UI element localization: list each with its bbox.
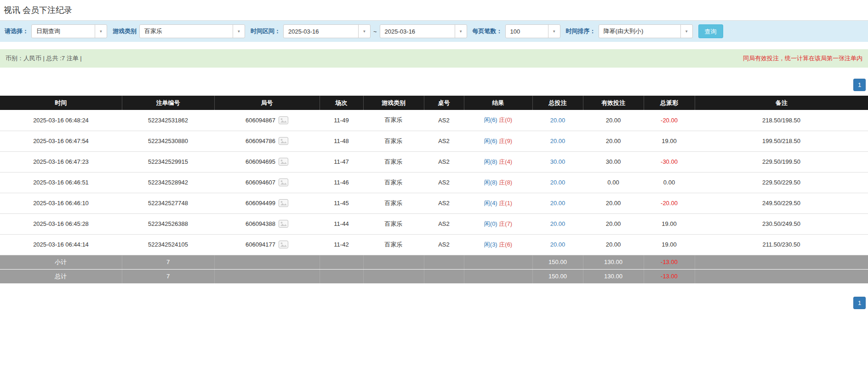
cell-bet-id: 522342524105 [122, 234, 214, 255]
subtotal-count: 7 [122, 255, 214, 269]
query-type-dropdown[interactable]: 日期查询 ▼ [31, 24, 107, 38]
round-id-text: 606094867 [246, 117, 275, 124]
table-row: 2025-03-16 06:47:23522342529915606094695… [0, 151, 868, 172]
subtotal-label: 小计 [0, 255, 122, 269]
total-bet-link[interactable]: 20.00 [550, 138, 565, 144]
cell-time: 2025-03-16 06:46:51 [0, 172, 122, 193]
total-bet-link[interactable]: 20.00 [550, 179, 565, 186]
payout-value: -20.00 [661, 200, 678, 207]
title-bar: 视讯 会员下注纪录 [0, 0, 868, 21]
cell-table-no: AS2 [424, 110, 464, 131]
cell-remark: 229.50/199.50 [695, 151, 868, 172]
page-size-dropdown[interactable]: 100 ▼ [505, 24, 560, 38]
page-1-button[interactable]: 1 [853, 79, 866, 91]
total-bet-link[interactable]: 20.00 [550, 117, 565, 124]
total-label: 总计 [0, 269, 122, 283]
date-to-dropdown[interactable]: 2025-03-16 ▼ [380, 24, 467, 38]
cell-valid-bet: 20.00 [583, 131, 644, 151]
game-type-dropdown[interactable]: 百家乐 ▼ [139, 24, 245, 38]
cell-result: 闲(4) 庄(1) [464, 193, 532, 213]
col-total-bet: 总投注 [532, 96, 583, 110]
total-payout: -13.00 [644, 269, 695, 283]
query-type-label: 请选择： [5, 27, 29, 35]
date-from-dropdown[interactable]: 2025-03-16 ▼ [283, 24, 371, 38]
cell-bet-id: 522342526388 [122, 213, 214, 234]
result-player: 闲(8) [484, 158, 497, 165]
subtotal-valid-bet: 130.00 [583, 255, 644, 269]
cell-total-bet: 20.00 [532, 234, 583, 255]
round-replay-icon[interactable] [279, 116, 288, 124]
table-body: 2025-03-16 06:48:24522342531862606094867… [0, 110, 868, 255]
cell-payout: 19.00 [644, 213, 695, 234]
total-bet-link[interactable]: 20.00 [550, 200, 565, 207]
round-id-text: 606094695 [246, 158, 275, 165]
subtotal-row: 小计 7 150.00 130.00 -13.00 [0, 255, 868, 269]
round-replay-icon[interactable] [279, 199, 288, 207]
col-table-no: 桌号 [424, 96, 464, 110]
col-remark: 备注 [695, 96, 868, 110]
search-button[interactable]: 查询 [698, 24, 723, 38]
game-type-label: 游戏类别 [113, 27, 137, 35]
total-bet-link[interactable]: 30.00 [550, 158, 565, 165]
result-player: 闲(0) [484, 220, 497, 227]
cell-remark: 229.50/229.50 [695, 172, 868, 193]
table-row: 2025-03-16 06:47:54522342530880606094786… [0, 131, 868, 151]
cell-total-bet: 20.00 [532, 213, 583, 234]
cell-game-type: 百家乐 [363, 172, 424, 193]
cell-bet-id: 522342529915 [122, 151, 214, 172]
cell-session: 11-45 [320, 193, 363, 213]
cell-table-no: AS2 [424, 172, 464, 193]
betting-records-table: 时间 注单编号 局号 场次 游戏类别 桌号 结果 总投注 有效投注 总派彩 备注… [0, 96, 868, 284]
cell-session: 11-42 [320, 234, 363, 255]
cell-payout: -20.00 [644, 110, 695, 131]
chevron-down-icon: ▼ [95, 25, 107, 38]
cell-game-type: 百家乐 [363, 110, 424, 131]
table-row: 2025-03-16 06:48:24522342531862606094867… [0, 110, 868, 131]
result-player: 闲(4) [484, 200, 497, 207]
chevron-down-icon: ▼ [358, 25, 370, 38]
result-banker: 庄(0) [499, 116, 512, 123]
cell-round-id: 606094499 [214, 193, 320, 213]
round-replay-icon[interactable] [279, 158, 288, 166]
cell-time: 2025-03-16 06:45:28 [0, 213, 122, 234]
chevron-down-icon: ▼ [548, 25, 560, 38]
empty-cell [214, 269, 320, 283]
cell-time: 2025-03-16 06:48:24 [0, 110, 122, 131]
page-size-label: 每页笔数： [473, 27, 503, 35]
cell-table-no: AS2 [424, 131, 464, 151]
payout-value: -20.00 [661, 117, 678, 124]
empty-cell [424, 255, 464, 269]
total-bet-link[interactable]: 20.00 [550, 220, 565, 227]
cell-session: 11-44 [320, 213, 363, 234]
cell-result: 闲(3) 庄(6) [464, 234, 532, 255]
total-total-bet: 150.00 [532, 269, 583, 283]
col-round-id: 局号 [214, 96, 320, 110]
page-size-value: 100 [506, 28, 548, 35]
cell-session: 11-46 [320, 172, 363, 193]
cell-round-id: 606094786 [214, 131, 320, 151]
empty-cell [464, 255, 532, 269]
payout-value: 19.00 [662, 220, 677, 227]
total-bet-link[interactable]: 20.00 [550, 241, 565, 248]
date-to-value: 2025-03-16 [380, 28, 455, 35]
result-banker: 庄(8) [499, 179, 512, 186]
empty-cell [363, 255, 424, 269]
cell-result: 闲(8) 庄(4) [464, 151, 532, 172]
round-replay-icon[interactable] [279, 137, 288, 145]
round-replay-icon[interactable] [279, 220, 288, 228]
cell-valid-bet: 30.00 [583, 151, 644, 172]
query-type-value: 日期查询 [32, 27, 95, 35]
cell-time: 2025-03-16 06:47:23 [0, 151, 122, 172]
sort-group: 时间排序： 降幂(由大到小) ▼ [566, 24, 693, 38]
page-1-button[interactable]: 1 [853, 297, 866, 309]
cell-round-id: 606094388 [214, 213, 320, 234]
round-replay-icon[interactable] [279, 241, 288, 248]
cell-table-no: AS2 [424, 151, 464, 172]
table-row: 2025-03-16 06:46:51522342528942606094607… [0, 172, 868, 193]
cell-valid-bet: 0.00 [583, 172, 644, 193]
cell-payout: -30.00 [644, 151, 695, 172]
round-replay-icon[interactable] [279, 178, 288, 186]
game-type-group: 游戏类别 百家乐 ▼ [113, 24, 245, 38]
cell-valid-bet: 20.00 [583, 234, 644, 255]
sort-dropdown[interactable]: 降幂(由大到小) ▼ [599, 24, 693, 38]
